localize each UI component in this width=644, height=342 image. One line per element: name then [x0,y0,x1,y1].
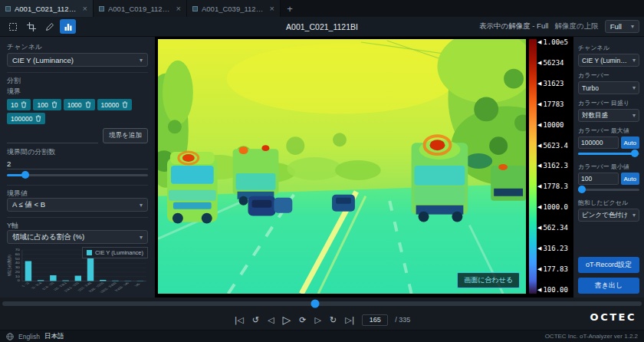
slider-handle[interactable] [578,186,586,193]
thermal-image[interactable] [158,39,526,294]
toolbar: A001_C021_1121BI 表示中の解像度 - Full 解像度の上限 F… [0,17,644,37]
tick-marker-icon: ◀ [537,101,541,108]
max-auto-button[interactable]: Auto [621,136,639,149]
svg-text:0: 0 [18,280,21,282]
tab-close-icon[interactable]: × [83,5,87,13]
thermal-image-container [155,37,526,298]
colorbar-tick[interactable]: ◀562.34 [537,225,572,232]
min-slider[interactable] [578,186,639,194]
colorbar-tick[interactable]: ◀1.00e5 [537,39,572,46]
new-boundary-input[interactable] [7,132,98,143]
trash-icon[interactable] [35,115,41,122]
tick-value: 5623.4 [543,143,568,150]
forward-button[interactable]: ↻ [329,315,337,325]
slider-handle[interactable] [631,150,639,157]
tick-marker-icon: ◀ [537,60,541,67]
tick-marker-icon: ◀ [537,122,541,129]
channel-select[interactable]: CIE Y (Luminance) ▾ [7,53,148,67]
y-axis-select[interactable]: 領域に占める割合 (%) ▾ [7,230,148,244]
select-tool-button[interactable] [5,19,21,34]
tab-close-icon[interactable]: × [176,5,181,13]
language-japanese[interactable]: 日本語 [44,332,64,341]
boundary-chip[interactable]: 100000 [7,113,45,124]
tick-marker-icon: ◀ [537,81,541,87]
ot-record-settings-button[interactable]: oT-Record設定 [578,257,639,273]
app-credit: OCTEC Inc. oT-Analyzer ver 1.2.2 [545,333,638,340]
saturation-label: 飽和したピクセル [578,199,639,207]
tick-marker-icon: ◀ [537,245,541,252]
colorbar-tick[interactable]: ◀1778.3 [537,183,572,190]
colorbar-tick[interactable]: ◀31623 [537,81,572,87]
frame-timeline[interactable] [0,298,644,310]
crop-tool-button[interactable] [23,19,39,34]
colorbar-max-input[interactable] [578,136,619,149]
playback-bar: |◁↺◁▷⟳▷↻▷| / 335 OCTEC [0,310,644,330]
saturation-select[interactable]: ピンクで色付け ▾ [578,209,639,222]
fit-to-screen-button[interactable]: 画面に合わせる [457,272,520,288]
divisions-slider[interactable] [7,171,148,179]
boundary-chip-value: 1000 [67,101,82,109]
new-tab-button[interactable]: + [281,0,299,17]
export-button[interactable]: 書き出し [578,278,639,294]
tab[interactable]: A001_C021_1121BI× [0,0,94,17]
rewind-button[interactable]: ↺ [251,315,260,325]
colorbar-tick[interactable]: ◀56234 [537,60,572,67]
tab[interactable]: A001_C039_1122JW× [187,0,281,17]
colorbar-tick[interactable]: ◀177.83 [537,266,572,273]
display-channel-select[interactable]: CIE Y (Luminance) ▾ [578,54,639,67]
loop-button[interactable]: ⟳ [298,315,307,325]
colorbar-tick[interactable]: ◀17783 [537,101,572,108]
colormap-select[interactable]: Turbo ▾ [578,81,639,94]
display-panel: チャンネル CIE Y (Luminance) ▾ カラーバー Turbo ▾ … [573,37,644,298]
tab[interactable]: A001_C019_112113× [94,0,187,17]
play-button[interactable]: ▷ [281,314,291,326]
boundary-condition-select[interactable]: A ≤ 値 < B ▾ [7,198,148,212]
trash-icon[interactable] [85,101,91,108]
scale-select[interactable]: 対数目盛 ▾ [578,109,639,122]
chevron-down-icon: ▾ [632,212,636,219]
histogram-tool-button[interactable] [60,19,76,34]
colorbar-gradient [529,39,537,294]
trash-icon[interactable] [122,101,128,108]
split-section-label: 分割 [7,72,148,85]
tick-value: 10000 [543,122,564,129]
pen-icon [45,22,54,31]
boundary-chip[interactable]: 100 [33,99,61,110]
tab-close-icon[interactable]: × [270,5,274,13]
colorbar-tick[interactable]: ◀100.00 [537,287,572,294]
slider-handle[interactable] [21,171,29,179]
language-english[interactable]: English [18,333,40,340]
colorbar-tick[interactable]: ◀316.23 [537,245,572,252]
resolution-limit-select[interactable]: Full ▾ [605,20,639,33]
timeline-track[interactable] [2,301,642,306]
boundary-chip[interactable]: 1000 [64,99,95,110]
frame-number-input[interactable] [362,314,388,326]
max-slider[interactable] [578,150,639,158]
boundary-chip[interactable]: 10 [7,99,31,110]
step-forward-button[interactable]: ▷ [314,315,321,325]
first-frame-button[interactable]: |◁ [234,315,245,325]
timeline-handle[interactable] [310,300,319,308]
tick-value: 1.00e5 [543,39,568,46]
chevron-down-icon: ▾ [631,23,634,30]
trash-icon[interactable] [51,101,58,108]
slider-track[interactable] [578,189,639,191]
trash-icon[interactable] [21,101,27,108]
colorbar-min-input[interactable] [578,173,619,185]
colorbar-tick[interactable]: ◀10000 [537,122,572,129]
divisions-input[interactable] [7,158,148,169]
resolution-limit-label: 解像度の上限 [554,21,598,31]
last-frame-button[interactable]: ▷| [344,315,355,325]
boundary-chip[interactable]: 10000 [97,99,133,110]
colorbar-tick[interactable]: ◀1000.0 [537,204,572,211]
boundary-chip-value: 10 [11,101,18,109]
boundary-label: 境界 [7,87,148,96]
colorbar-tick[interactable]: ◀5623.4 [537,143,572,150]
measure-tool-button[interactable] [41,19,58,34]
divisions-label: 境界間の分割数 [7,147,148,156]
step-back-button[interactable]: ◁ [267,315,274,325]
tick-marker-icon: ◀ [537,143,541,150]
add-boundary-button[interactable]: 境界を追加 [103,128,148,143]
colorbar-tick[interactable]: ◀3162.3 [537,163,572,169]
min-auto-button[interactable]: Auto [621,173,639,185]
